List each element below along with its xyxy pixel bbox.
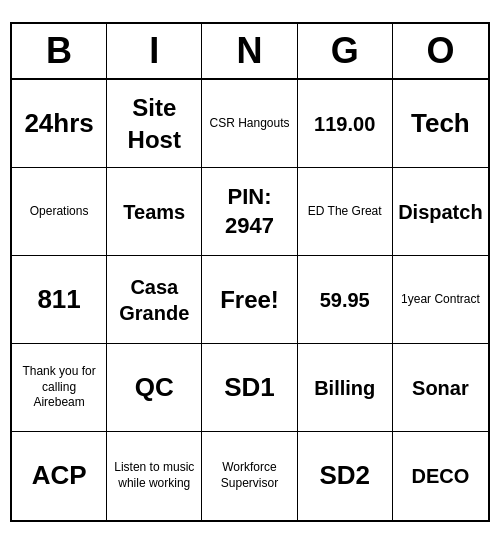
bingo-cell: ED The Great bbox=[298, 168, 393, 256]
bingo-cell: 1year Contract bbox=[393, 256, 488, 344]
bingo-cell: Free! bbox=[202, 256, 297, 344]
bingo-cell: SD2 bbox=[298, 432, 393, 520]
bingo-card: BINGO 24hrsSite HostCSR Hangouts119.00Te… bbox=[10, 22, 490, 522]
bingo-grid: 24hrsSite HostCSR Hangouts119.00TechOper… bbox=[12, 80, 488, 520]
bingo-cell: Listen to music while working bbox=[107, 432, 202, 520]
bingo-cell: SD1 bbox=[202, 344, 297, 432]
bingo-cell: Dispatch bbox=[393, 168, 488, 256]
bingo-header: BINGO bbox=[12, 24, 488, 80]
bingo-cell: Site Host bbox=[107, 80, 202, 168]
bingo-cell: Billing bbox=[298, 344, 393, 432]
bingo-header-letter: G bbox=[298, 24, 393, 78]
bingo-cell: CSR Hangouts bbox=[202, 80, 297, 168]
bingo-cell: Operations bbox=[12, 168, 107, 256]
bingo-header-letter: B bbox=[12, 24, 107, 78]
bingo-header-letter: N bbox=[202, 24, 297, 78]
bingo-cell: 24hrs bbox=[12, 80, 107, 168]
bingo-cell: Teams bbox=[107, 168, 202, 256]
bingo-cell: Sonar bbox=[393, 344, 488, 432]
bingo-header-letter: O bbox=[393, 24, 488, 78]
bingo-cell: Casa Grande bbox=[107, 256, 202, 344]
bingo-cell: 119.00 bbox=[298, 80, 393, 168]
bingo-cell: Thank you for calling Airebeam bbox=[12, 344, 107, 432]
bingo-cell: Tech bbox=[393, 80, 488, 168]
bingo-cell: Workforce Supervisor bbox=[202, 432, 297, 520]
bingo-header-letter: I bbox=[107, 24, 202, 78]
bingo-cell: 811 bbox=[12, 256, 107, 344]
bingo-cell: DECO bbox=[393, 432, 488, 520]
bingo-cell: PIN: 2947 bbox=[202, 168, 297, 256]
bingo-cell: ACP bbox=[12, 432, 107, 520]
bingo-cell: QC bbox=[107, 344, 202, 432]
bingo-cell: 59.95 bbox=[298, 256, 393, 344]
